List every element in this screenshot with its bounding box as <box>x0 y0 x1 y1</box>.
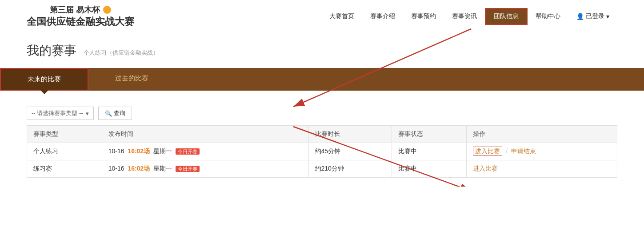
nav-home[interactable]: 大赛首页 <box>321 9 362 24</box>
time-1: 16:02场 <box>128 147 150 155</box>
cell-action-2: 进入比赛 <box>467 160 617 178</box>
weekday-1: 星期一 <box>153 147 172 155</box>
action-sep-1: / <box>506 147 508 155</box>
header: 第三届 易木杯 全国供应链金融实战大赛 大赛首页 赛事介绍 赛事预约 赛事资讯 … <box>0 0 644 33</box>
title-row: 我的赛事 个人练习（供应链金融实战） <box>27 42 617 59</box>
filter-row: -- 请选择赛事类型 -- ▾ 🔍 查询 <box>27 100 617 125</box>
table-header-row: 赛事类型 发布时间 比赛时长 赛事状态 操作 <box>27 126 617 143</box>
apply-end-1[interactable]: 申请结束 <box>511 147 536 155</box>
logo-line1: 第三届 易木杯 <box>50 4 111 15</box>
date-2: 10-16 <box>108 165 124 172</box>
tab-future[interactable]: 未来的比赛 <box>0 68 88 91</box>
col-status: 赛事状态 <box>392 126 467 143</box>
cell-time-2: 10-16 16:02场 星期一 今日开赛 <box>102 160 308 178</box>
coin-icon <box>103 6 111 14</box>
search-icon: 🔍 <box>105 110 112 117</box>
cell-status-1: 比赛中 <box>392 143 467 160</box>
nav-news[interactable]: 赛事资讯 <box>444 9 485 24</box>
col-type: 赛事类型 <box>27 126 102 143</box>
filter-table-area: -- 请选择赛事类型 -- ▾ 🔍 查询 赛事类型 发布时间 比赛时长 赛事状态… <box>0 91 644 178</box>
logo-text-1: 第三届 易木杯 <box>50 4 100 15</box>
nav-team[interactable]: 团队信息 <box>485 8 528 25</box>
table-row: 练习赛 10-16 16:02场 星期一 今日开赛 约210分钟 比赛中 进入比… <box>27 160 617 178</box>
nav-intro[interactable]: 赛事介绍 <box>362 9 403 24</box>
matches-table: 赛事类型 发布时间 比赛时长 赛事状态 操作 个人练习 10-16 16:02场… <box>27 125 617 178</box>
tab-past[interactable]: 过去的比赛 <box>88 68 175 91</box>
tab-bar: 未来的比赛 过去的比赛 <box>0 68 644 91</box>
cell-duration-1: 约45分钟 <box>308 143 392 160</box>
badge-today-1: 今日开赛 <box>176 148 200 155</box>
table-row: 个人练习 10-16 16:02场 星期一 今日开赛 约45分钟 比赛中 进入比… <box>27 143 617 160</box>
weekday-2: 星期一 <box>153 165 172 172</box>
enter-match-1[interactable]: 进入比赛 <box>473 147 502 155</box>
time-2: 16:02场 <box>128 165 150 172</box>
main-nav: 大赛首页 赛事介绍 赛事预约 赛事资讯 团队信息 帮助中心 👤 已登录 ▾ <box>321 8 617 25</box>
cell-type-1: 个人练习 <box>27 143 102 160</box>
nav-user[interactable]: 👤 已登录 ▾ <box>568 9 617 24</box>
logo-text-2: 全国供应链金融实战大赛 <box>27 15 134 28</box>
cell-status-2: 比赛中 <box>392 160 467 178</box>
select-placeholder: -- 请选择赛事类型 -- <box>32 109 83 117</box>
cell-time-1: 10-16 16:02场 星期一 今日开赛 <box>102 143 308 160</box>
col-publish-time: 发布时间 <box>102 126 308 143</box>
select-arrow-icon: ▾ <box>86 110 89 117</box>
nav-reserve[interactable]: 赛事预约 <box>403 9 444 24</box>
enter-match-2[interactable]: 进入比赛 <box>473 165 498 172</box>
nav-help[interactable]: 帮助中心 <box>528 9 568 24</box>
search-label: 查询 <box>114 109 125 117</box>
cell-duration-2: 约210分钟 <box>308 160 392 178</box>
user-label: 已登录 <box>586 12 604 20</box>
logo: 第三届 易木杯 全国供应链金融实战大赛 <box>27 4 134 28</box>
badge-today-2: 今日开赛 <box>176 166 200 172</box>
col-duration: 比赛时长 <box>308 126 392 143</box>
user-icon: 👤 <box>576 13 584 20</box>
type-select[interactable]: -- 请选择赛事类型 -- ▾ <box>27 107 94 120</box>
search-button[interactable]: 🔍 查询 <box>98 107 132 120</box>
dropdown-icon: ▾ <box>606 13 609 20</box>
page-title: 我的赛事 <box>27 42 76 59</box>
page-subtitle: 个人练习（供应链金融实战） <box>84 49 159 57</box>
page-content: 我的赛事 个人练习（供应链金融实战） <box>0 33 644 59</box>
date-1: 10-16 <box>108 147 124 155</box>
cell-action-1: 进入比赛 / 申请结束 <box>467 143 617 160</box>
cell-type-2: 练习赛 <box>27 160 102 178</box>
col-action: 操作 <box>467 126 617 143</box>
